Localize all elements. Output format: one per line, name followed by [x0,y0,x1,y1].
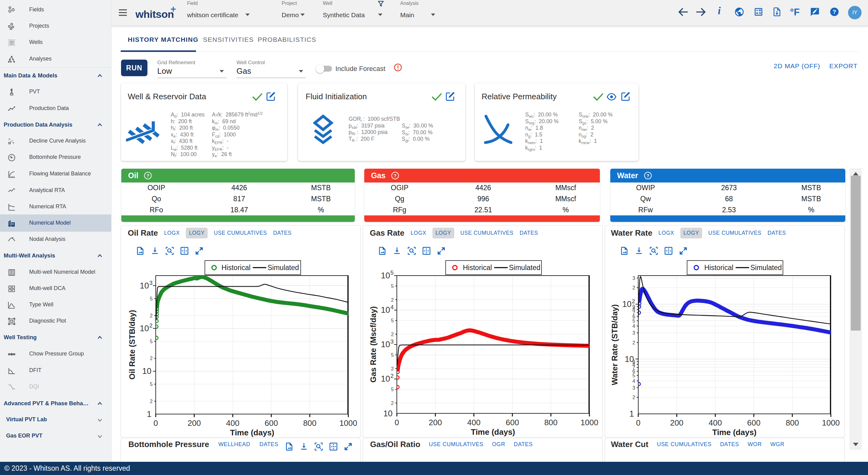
svg-text:10: 10 [381,340,390,349]
svg-text:1000: 1000 [822,418,840,427]
svg-text:2: 2 [391,400,394,406]
svg-text:2: 2 [149,322,153,329]
svg-text:10: 10 [383,409,393,418]
svg-text:?: ? [833,9,836,15]
svg-text:600: 600 [506,418,519,427]
svg-text:3: 3 [149,279,153,286]
svg-text:800: 800 [303,418,316,428]
svg-text:10: 10 [381,374,390,383]
svg-text:?: ? [647,173,649,178]
svg-text:Oil Rate (STB/day): Oil Rate (STB/day) [127,310,137,380]
svg-text:Simulated: Simulated [268,264,299,272]
svg-text:3: 3 [632,276,635,281]
svg-text:800: 800 [786,418,799,427]
svg-text:2: 2 [632,285,635,290]
svg-text:Time (days): Time (days) [471,427,515,437]
svg-text:Simulated: Simulated [509,264,540,272]
svg-text:Simulated: Simulated [750,264,782,272]
svg-text:400: 400 [709,418,722,427]
svg-text:1: 1 [147,410,151,419]
svg-text:2: 2 [391,373,394,379]
svg-text:9: 9 [632,304,635,309]
svg-text:0: 0 [636,418,641,427]
svg-text:4: 4 [632,379,635,384]
svg-text:2: 2 [632,395,635,400]
svg-text:1: 1 [629,409,634,418]
svg-text:Time (days): Time (days) [712,428,756,437]
svg-text:Gas Rate (Mscf/day): Gas Rate (Mscf/day) [369,306,378,383]
svg-text:0: 0 [395,418,399,427]
svg-text:4: 4 [391,304,394,310]
svg-text:800: 800 [544,418,557,427]
svg-text:Historical: Historical [463,264,492,272]
svg-text:3: 3 [632,330,635,335]
svg-text:5: 5 [391,284,394,289]
svg-text:2: 2 [150,399,153,404]
svg-text:3: 3 [632,385,635,390]
svg-text:?: ? [394,173,397,178]
svg-text:10: 10 [622,300,631,309]
svg-text:3: 3 [391,338,394,345]
svg-text:10: 10 [381,271,390,280]
svg-text:9: 9 [632,359,635,364]
svg-text:Time (days): Time (days) [230,428,274,437]
svg-text:2: 2 [150,313,153,318]
svg-text:10: 10 [142,366,151,376]
svg-text:Historical: Historical [704,264,734,272]
svg-text:5: 5 [150,339,153,344]
svg-text:5: 5 [150,382,153,387]
svg-text:5: 5 [150,296,153,301]
svg-text:5: 5 [391,318,394,323]
svg-text:200: 200 [670,418,683,427]
svg-text:2: 2 [391,297,394,303]
svg-text:1000: 1000 [339,418,357,428]
svg-text:10: 10 [140,281,149,290]
svg-text:2: 2 [632,340,635,345]
svg-text:?: ? [147,173,149,178]
svg-text:5: 5 [391,387,394,392]
svg-text:600: 600 [265,418,278,428]
svg-text:2: 2 [391,366,394,372]
svg-text:Historical: Historical [221,264,251,272]
svg-text:600: 600 [747,418,761,427]
svg-text:1000: 1000 [581,418,598,427]
svg-text:10: 10 [381,305,390,315]
svg-text:10: 10 [140,324,149,333]
svg-text:5: 5 [391,352,394,358]
svg-text:2: 2 [632,298,635,304]
svg-text:5: 5 [391,269,394,276]
svg-text:400: 400 [467,418,480,427]
svg-text:400: 400 [226,418,239,428]
svg-text:2: 2 [391,332,394,337]
svg-text:Water Rate (STB/day): Water Rate (STB/day) [610,304,619,385]
svg-text:2: 2 [150,356,153,361]
svg-text:200: 200 [429,418,442,427]
svg-text:200: 200 [188,418,201,428]
svg-text:4: 4 [632,324,635,329]
svg-text:0: 0 [154,418,158,428]
